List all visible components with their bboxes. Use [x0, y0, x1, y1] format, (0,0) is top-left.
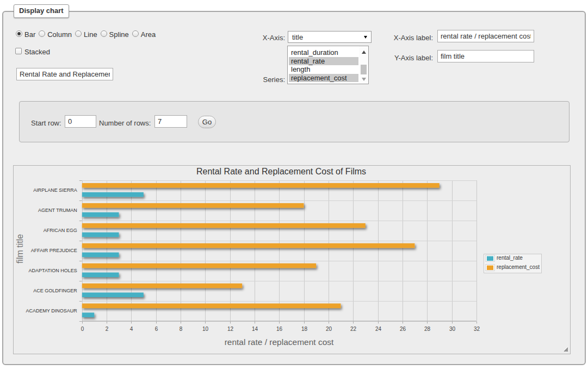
svg-text:24: 24 — [375, 326, 382, 332]
svg-text:AFRICAN EGG: AFRICAN EGG — [44, 228, 77, 233]
svg-text:6: 6 — [155, 326, 158, 332]
svg-text:4: 4 — [130, 326, 133, 332]
svg-text:2: 2 — [106, 326, 109, 332]
svg-text:20: 20 — [326, 326, 332, 332]
svg-text:AIRPLANE SIERRA: AIRPLANE SIERRA — [33, 187, 77, 193]
svg-text:Rental Rate and Replacement Co: Rental Rate and Replacement Cost of Film… — [196, 167, 366, 176]
svg-text:film title: film title — [15, 234, 24, 264]
svg-text:18: 18 — [301, 326, 308, 332]
svg-text:AGENT TRUMAN: AGENT TRUMAN — [38, 208, 77, 213]
svg-text:14: 14 — [252, 326, 258, 332]
svg-text:ACADEMY DINOSAUR: ACADEMY DINOSAUR — [26, 308, 77, 313]
svg-text:rental_rate: rental_rate — [497, 255, 523, 261]
svg-text:ADAPTATION HOLES: ADAPTATION HOLES — [29, 268, 77, 273]
svg-text:ACE GOLDFINGER: ACE GOLDFINGER — [33, 288, 77, 293]
svg-text:10: 10 — [202, 326, 209, 332]
svg-text:rental rate / replacement cost: rental rate / replacement cost — [225, 337, 334, 347]
svg-text:22: 22 — [350, 326, 357, 332]
svg-text:16: 16 — [276, 326, 283, 332]
svg-text:0: 0 — [81, 326, 84, 332]
svg-text:26: 26 — [400, 326, 406, 332]
svg-text:8: 8 — [180, 326, 183, 332]
svg-text:30: 30 — [449, 326, 456, 332]
svg-text:replacement_cost: replacement_cost — [497, 264, 540, 270]
svg-text:AFFAIR PREJUDICE: AFFAIR PREJUDICE — [31, 248, 77, 253]
svg-text:12: 12 — [227, 326, 234, 332]
svg-text:32: 32 — [474, 326, 480, 332]
svg-text:28: 28 — [424, 326, 431, 332]
